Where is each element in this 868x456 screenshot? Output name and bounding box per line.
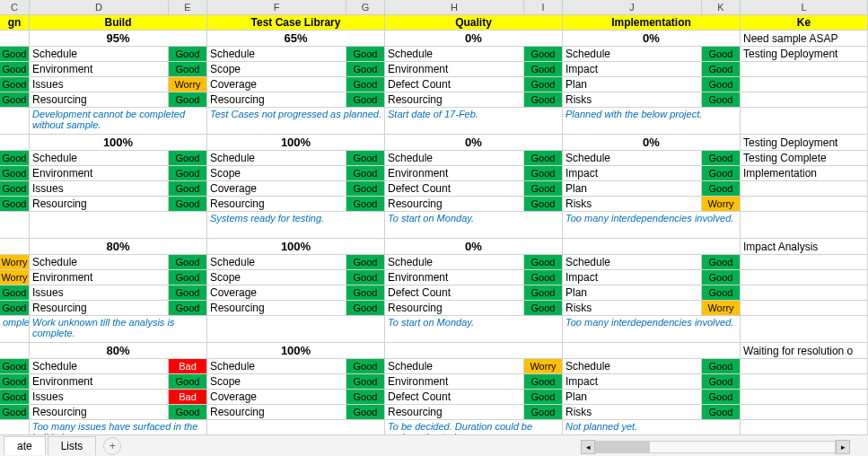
side-note[interactable]: Implementation: [741, 166, 868, 180]
label-cell[interactable]: Resourcing: [207, 301, 346, 315]
col-header-k[interactable]: K: [702, 0, 741, 14]
status-cell[interactable]: Good: [702, 62, 741, 76]
scroll-right-icon[interactable]: ▸: [836, 440, 850, 447]
side-note[interactable]: [741, 301, 868, 315]
label-cell[interactable]: Resourcing: [30, 197, 169, 211]
scroll-track[interactable]: [595, 441, 836, 447]
col-header-j[interactable]: J: [563, 0, 702, 14]
status-cell[interactable]: Good: [169, 197, 207, 211]
pct-quality[interactable]: 0%: [385, 135, 563, 150]
scroll-left-icon[interactable]: ◂: [581, 440, 595, 447]
label-cell[interactable]: Risks: [563, 197, 702, 211]
side-note[interactable]: [741, 390, 868, 404]
label-cell[interactable]: Impact: [563, 270, 702, 285]
note-cell[interactable]: [0, 108, 30, 134]
status-cell[interactable]: Good: [0, 166, 30, 180]
side-note[interactable]: [741, 374, 868, 389]
label-cell[interactable]: Coverage: [207, 77, 346, 92]
status-cell[interactable]: Good: [169, 166, 207, 180]
status-cell[interactable]: Good: [702, 285, 741, 300]
pct-impl[interactable]: [563, 239, 741, 254]
pct-impl[interactable]: 0%: [563, 31, 741, 46]
status-cell[interactable]: Good: [169, 285, 207, 300]
note-cell[interactable]: Development cannot be completed without …: [30, 108, 207, 134]
label-cell[interactable]: Resourcing: [385, 405, 524, 419]
col-header-l[interactable]: L: [741, 0, 868, 14]
note-cell[interactable]: [741, 316, 868, 342]
label-cell[interactable]: Impact: [563, 62, 702, 76]
label-cell[interactable]: Environment: [385, 270, 524, 285]
side-note[interactable]: Need sample ASAP: [741, 31, 868, 46]
header-build[interactable]: Build: [30, 15, 207, 30]
label-cell[interactable]: Schedule: [207, 151, 346, 165]
label-cell[interactable]: Impact: [563, 166, 702, 180]
note-cell[interactable]: ompleted: [0, 316, 30, 342]
status-cell[interactable]: Good: [169, 255, 207, 269]
status-cell[interactable]: Bad: [169, 359, 207, 373]
status-cell[interactable]: Good: [524, 255, 563, 269]
status-cell[interactable]: Good: [169, 374, 207, 389]
label-cell[interactable]: Schedule: [385, 151, 524, 165]
note-cell[interactable]: [741, 108, 868, 134]
scroll-thumb[interactable]: [596, 442, 650, 447]
side-note[interactable]: [741, 181, 868, 196]
label-cell[interactable]: Issues: [30, 181, 169, 196]
status-cell[interactable]: Good: [0, 285, 30, 300]
status-cell[interactable]: Good: [0, 181, 30, 196]
label-cell[interactable]: Schedule: [30, 151, 169, 165]
label-cell[interactable]: Resourcing: [207, 405, 346, 419]
label-cell[interactable]: Resourcing: [30, 301, 169, 315]
status-cell[interactable]: Good: [702, 151, 741, 165]
note-cell[interactable]: To start on Monday.: [385, 316, 563, 342]
sheet-tab-lists[interactable]: Lists: [48, 436, 97, 447]
label-cell[interactable]: Defect Count: [385, 390, 524, 404]
status-cell[interactable]: Good: [524, 374, 563, 389]
status-cell[interactable]: Good: [702, 166, 741, 180]
label-cell[interactable]: Environment: [30, 62, 169, 76]
label-cell[interactable]: Resourcing: [207, 92, 346, 107]
status-cell[interactable]: Good: [524, 197, 563, 211]
side-note[interactable]: [741, 255, 868, 269]
label-cell[interactable]: Schedule: [30, 255, 169, 269]
status-cell[interactable]: Worry: [702, 301, 741, 315]
label-cell[interactable]: Risks: [563, 405, 702, 419]
status-cell[interactable]: Good: [702, 374, 741, 389]
note-cell[interactable]: Systems ready for testing.: [207, 212, 385, 238]
status-cell[interactable]: Good: [524, 62, 563, 76]
pct-build[interactable]: 95%: [30, 31, 207, 46]
side-note[interactable]: [741, 92, 868, 107]
status-cell[interactable]: Good: [0, 197, 30, 211]
label-cell[interactable]: Impact: [563, 374, 702, 389]
note-cell[interactable]: [207, 316, 385, 342]
pct-quality[interactable]: [385, 343, 563, 358]
pct-tcl[interactable]: 65%: [207, 31, 385, 46]
status-cell[interactable]: Good: [169, 92, 207, 107]
header-gn[interactable]: gn: [0, 15, 30, 30]
label-cell[interactable]: Environment: [30, 374, 169, 389]
label-cell[interactable]: Schedule: [207, 47, 346, 61]
status-cell[interactable]: Good: [169, 405, 207, 419]
status-cell[interactable]: Good: [0, 47, 30, 61]
label-cell[interactable]: Resourcing: [385, 92, 524, 107]
status-cell[interactable]: Good: [169, 181, 207, 196]
status-cell[interactable]: Good: [702, 359, 741, 373]
col-header-f[interactable]: F: [207, 0, 346, 14]
side-note[interactable]: Waiting for resolution o: [741, 343, 868, 358]
label-cell[interactable]: Schedule: [563, 255, 702, 269]
status-cell[interactable]: Good: [169, 151, 207, 165]
status-cell[interactable]: Good: [702, 270, 741, 285]
pct-tcl[interactable]: 100%: [207, 135, 385, 150]
pct-impl[interactable]: [563, 343, 741, 358]
status-cell[interactable]: Good: [524, 47, 563, 61]
status-cell[interactable]: Good: [0, 151, 30, 165]
status-cell[interactable]: Good: [0, 359, 30, 373]
status-cell[interactable]: Good: [0, 92, 30, 107]
status-cell[interactable]: Good: [0, 77, 30, 92]
col-header-c[interactable]: C: [0, 0, 30, 14]
label-cell[interactable]: Risks: [563, 92, 702, 107]
label-cell[interactable]: Defect Count: [385, 181, 524, 196]
side-note[interactable]: [741, 77, 868, 92]
side-note[interactable]: Testing Deployment: [741, 47, 868, 61]
add-sheet-button[interactable]: +: [103, 437, 121, 448]
status-cell[interactable]: Good: [524, 151, 563, 165]
